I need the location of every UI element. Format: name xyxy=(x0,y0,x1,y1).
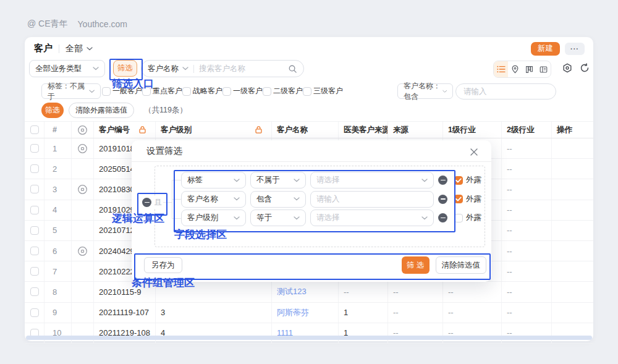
expose-toggle[interactable]: 外露 xyxy=(454,194,481,205)
split-view-button[interactable] xyxy=(536,61,551,77)
checkbox[interactable] xyxy=(182,87,191,96)
save-as-button[interactable]: 另存为 xyxy=(144,257,182,273)
customer-name-link[interactable]: 阿斯蒂芬 xyxy=(277,307,309,318)
row-record-cell xyxy=(72,179,94,199)
checkbox[interactable] xyxy=(102,87,111,96)
modal-clear-button[interactable]: 清除筛选值 xyxy=(436,256,487,274)
brand-site: Youthce.com xyxy=(78,19,127,29)
remove-condition-button[interactable] xyxy=(438,195,447,204)
tree-connector xyxy=(172,199,181,200)
relation-label: 且 xyxy=(154,197,162,208)
kanban-view-button[interactable] xyxy=(522,61,536,77)
row-checkbox[interactable] xyxy=(30,308,39,317)
modal-title: 设置筛选 xyxy=(146,145,182,157)
cell-industry2: -- xyxy=(502,303,552,323)
expose-checkbox[interactable] xyxy=(454,195,463,203)
field-select[interactable]: 客户名称 xyxy=(181,191,246,208)
row-checkbox[interactable] xyxy=(30,287,39,296)
row-checkbox[interactable] xyxy=(30,247,39,255)
checkbox[interactable] xyxy=(222,87,231,96)
select-all-checkbox[interactable] xyxy=(30,125,39,134)
quick-filter-option[interactable]: 战略客户 xyxy=(182,86,222,96)
settings-button[interactable] xyxy=(562,63,572,73)
new-button[interactable]: 新建 xyxy=(531,42,560,56)
cell-customer-code: 20211119-107 xyxy=(94,303,156,323)
apply-filter-button[interactable]: 筛选 xyxy=(41,103,64,118)
col-customer-code: 客户编号 xyxy=(94,122,156,138)
quick-filter-option[interactable]: 二级客户 xyxy=(263,86,303,96)
cell-customer-code: 20210115-9 xyxy=(94,282,156,302)
operator-select[interactable]: 不属于 xyxy=(250,172,306,188)
row-checkbox[interactable] xyxy=(30,164,39,173)
clear-exposed-filters-button[interactable]: 清除外露筛选值 xyxy=(69,103,134,118)
list-view-button[interactable] xyxy=(494,61,508,77)
cell-customer-level: 4 xyxy=(156,323,272,343)
close-button[interactable] xyxy=(469,147,479,157)
search-icon[interactable] xyxy=(288,64,297,74)
checkbox[interactable] xyxy=(263,87,271,96)
modal-filter-button[interactable]: 筛 选 xyxy=(402,256,429,274)
page-title: 客户 xyxy=(34,43,53,54)
row-checkbox[interactable] xyxy=(30,226,39,235)
list-icon xyxy=(497,66,506,73)
row-checkbox[interactable] xyxy=(30,267,39,276)
row-checkbox[interactable] xyxy=(30,206,39,214)
row-checkbox[interactable] xyxy=(30,185,39,193)
checkbox[interactable] xyxy=(303,87,311,96)
cell-industry2: -- xyxy=(502,159,552,179)
condition-rows: 标签不属于请选择外露客户名称包含请输入外露客户级别等于请选择外露 xyxy=(181,172,481,226)
remove-condition-button[interactable] xyxy=(438,176,447,185)
field-select[interactable]: 客户级别 xyxy=(181,210,246,226)
operator-select[interactable]: 包含 xyxy=(250,191,306,208)
search-field-select[interactable]: 客户名称 xyxy=(148,64,179,74)
row-record-cell xyxy=(72,138,94,158)
value-input[interactable]: 请输入 xyxy=(310,191,434,208)
name-condition-select[interactable]: 客户名称：包含 xyxy=(397,83,453,99)
chevron-down-icon xyxy=(234,179,240,182)
col-record-icon xyxy=(72,122,94,138)
checkbox[interactable] xyxy=(142,87,151,96)
row-record-cell xyxy=(72,282,94,302)
expose-toggle[interactable]: 外露 xyxy=(454,175,481,185)
chevron-down-icon xyxy=(93,67,99,70)
tree-connector xyxy=(172,218,181,219)
customer-name-link[interactable]: 测试123 xyxy=(277,286,307,297)
quick-filter-option[interactable]: 一级客户 xyxy=(222,86,263,96)
tag-condition-select[interactable]: 标签：不属于 xyxy=(41,83,101,99)
scope-select[interactable]: 全部 xyxy=(66,43,93,54)
quick-filter-option[interactable]: 重点客户 xyxy=(142,86,182,96)
cell-operation xyxy=(552,261,593,281)
value-select[interactable]: 请选择 xyxy=(310,172,434,188)
search-input[interactable]: 搜索客户名称 xyxy=(199,64,284,74)
quick-filter-option[interactable]: 三级客户 xyxy=(303,86,343,96)
horizontal-scrollbar[interactable] xyxy=(26,336,592,340)
chevron-down-icon xyxy=(87,47,93,51)
business-type-select[interactable]: 全部业务类型 xyxy=(29,60,105,77)
check-icon xyxy=(455,178,462,183)
chevron-down-icon xyxy=(234,197,240,201)
map-view-button[interactable] xyxy=(508,61,522,77)
cell-customer-level: 3 xyxy=(156,303,272,323)
row-record-cell xyxy=(72,221,94,240)
more-button[interactable]: ··· xyxy=(565,43,585,55)
row-checkbox[interactable] xyxy=(30,144,39,153)
expose-toggle[interactable]: 外露 xyxy=(454,213,481,223)
quick-filter-option[interactable]: 一般客户 xyxy=(102,86,142,96)
field-select[interactable]: 标签 xyxy=(181,172,246,188)
filter-entry-button[interactable]: 筛选 xyxy=(113,60,137,77)
search-divider xyxy=(193,65,194,73)
remove-condition-button[interactable] xyxy=(438,213,447,222)
table-row: 920211119-1073阿斯蒂芬1------ xyxy=(25,303,593,323)
refresh-button[interactable] xyxy=(580,63,590,73)
cell-industry2: -- xyxy=(502,221,552,240)
cell-customer-code: 20211219-108 xyxy=(94,323,156,343)
expose-checkbox[interactable] xyxy=(454,214,463,222)
relation-node[interactable]: 且 xyxy=(141,197,163,208)
cell-industry1: -- xyxy=(443,323,502,343)
kanban-icon xyxy=(525,66,533,74)
minus-circle-icon[interactable] xyxy=(142,198,151,207)
expose-checkbox[interactable] xyxy=(454,176,463,185)
name-filter-input[interactable]: 请输入 xyxy=(455,83,556,99)
operator-select[interactable]: 等于 xyxy=(250,210,306,226)
value-select[interactable]: 请选择 xyxy=(310,210,434,226)
